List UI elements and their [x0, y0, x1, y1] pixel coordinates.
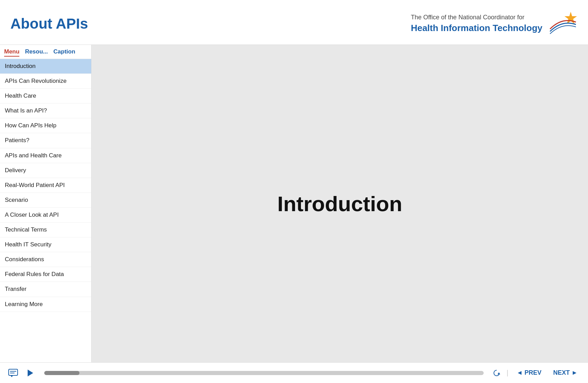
- logo-text: The Office of the National Coordinator f…: [411, 13, 542, 35]
- sidebar-nav: Introduction APIs Can Revolutionize Heal…: [0, 59, 91, 362]
- svg-marker-6: [497, 372, 500, 374]
- sidebar-item-what-is-api[interactable]: What Is an API?: [0, 104, 91, 118]
- slide-title: Introduction: [277, 191, 402, 216]
- tab-resources[interactable]: Resou...: [25, 48, 48, 57]
- logo-area: The Office of the National Coordinator f…: [411, 10, 578, 38]
- next-button[interactable]: NEXT ►: [550, 367, 581, 379]
- play-button[interactable]: [24, 367, 37, 379]
- sidebar-item-apis-can-revolutionize[interactable]: APIs Can Revolutionize: [0, 74, 91, 89]
- sidebar: Menu Resou... Caption Introduction APIs …: [0, 45, 92, 362]
- svg-rect-1: [9, 369, 18, 375]
- reset-button[interactable]: [491, 368, 502, 378]
- captions-button[interactable]: [7, 367, 19, 379]
- prev-button[interactable]: ◄ PREV: [513, 367, 545, 379]
- sidebar-item-introduction[interactable]: Introduction: [0, 59, 91, 74]
- slide-content-area: Introduction: [92, 45, 588, 362]
- nav-separator: |: [506, 369, 508, 377]
- sidebar-item-health-care[interactable]: Health Care: [0, 89, 91, 104]
- sidebar-item-real-world-patient-api[interactable]: Real-World Patient API: [0, 178, 91, 193]
- sidebar-item-technical-terms[interactable]: Technical Terms: [0, 223, 91, 237]
- tab-caption[interactable]: Caption: [54, 48, 75, 57]
- onc-logo-icon: [547, 10, 578, 38]
- sidebar-tabs: Menu Resou... Caption: [0, 45, 91, 59]
- sidebar-item-apis-and-health-care[interactable]: APIs and Health Care: [0, 148, 91, 163]
- sidebar-item-how-can-apis-help[interactable]: How Can APIs Help: [0, 118, 91, 133]
- sidebar-item-federal-rules[interactable]: Federal Rules for Data: [0, 267, 91, 282]
- sidebar-item-transfer[interactable]: Transfer: [0, 282, 91, 297]
- svg-marker-4: [10, 375, 13, 377]
- main-content: Menu Resou... Caption Introduction APIs …: [0, 45, 588, 362]
- page-title: About APIs: [10, 16, 88, 32]
- header: About APIs The Office of the National Co…: [0, 0, 588, 45]
- sidebar-item-delivery[interactable]: Delivery: [0, 163, 91, 178]
- sidebar-item-health-it-security[interactable]: Health IT Security: [0, 237, 91, 252]
- progress-bar-fill: [44, 371, 79, 375]
- logo-line2: Health Information Technology: [411, 22, 542, 34]
- svg-marker-5: [28, 370, 33, 376]
- sidebar-item-considerations[interactable]: Considerations: [0, 252, 91, 267]
- sidebar-item-closer-look[interactable]: A Closer Look at API: [0, 208, 91, 223]
- sidebar-item-patients[interactable]: Patients?: [0, 133, 91, 148]
- sidebar-item-scenario[interactable]: Scenario: [0, 193, 91, 208]
- logo-line1: The Office of the National Coordinator f…: [411, 13, 542, 22]
- tab-menu[interactable]: Menu: [4, 48, 19, 57]
- bottom-bar: | ◄ PREV NEXT ►: [0, 362, 588, 383]
- progress-bar[interactable]: [44, 371, 484, 375]
- sidebar-item-learning-more[interactable]: Learning More: [0, 297, 91, 312]
